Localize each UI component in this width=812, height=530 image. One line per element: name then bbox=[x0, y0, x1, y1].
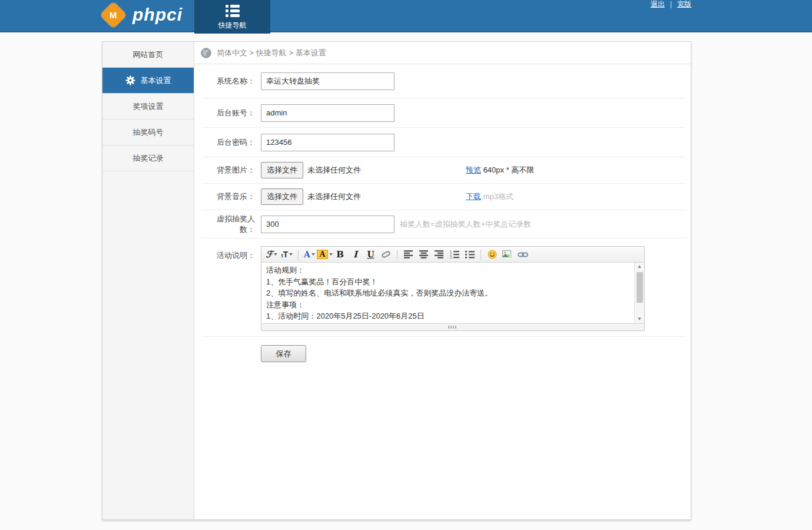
breadcrumb: 简体中文 > 快捷导航 > 基本设置 bbox=[194, 42, 691, 64]
smiley-icon bbox=[488, 250, 497, 259]
form-row-system-name: 系统名称： bbox=[204, 64, 684, 98]
links-separator: | bbox=[670, 0, 672, 8]
font-size-button[interactable]: tT bbox=[280, 248, 294, 261]
align-right-button[interactable] bbox=[432, 248, 446, 261]
editor-line: 活动规则： bbox=[266, 264, 629, 276]
list-icon bbox=[223, 3, 243, 19]
sidebar-item-label: 抽奖码号 bbox=[133, 127, 164, 138]
tab-quick-nav-label: 快捷导航 bbox=[194, 21, 270, 31]
chevron-down-icon bbox=[311, 253, 315, 256]
font-color-button[interactable]: A bbox=[302, 248, 317, 261]
underline-button[interactable]: U bbox=[363, 248, 378, 261]
font-family-icon: ℱ bbox=[266, 249, 273, 260]
form-row-admin-account: 后台账号： bbox=[204, 98, 684, 128]
form-row-bg-image: 背景图片： 选择文件 未选择任何文件 预览 640px * 高不限 bbox=[204, 157, 684, 184]
bg-image-file-status: 未选择任何文件 bbox=[307, 165, 361, 175]
globe-icon bbox=[201, 48, 211, 58]
sidebar-item-basic-settings[interactable]: 基本设置 bbox=[102, 68, 194, 94]
insert-image-button[interactable] bbox=[500, 248, 515, 261]
activity-desc-label: 活动说明： bbox=[204, 246, 255, 261]
editor-line: 1、活动时间：2020年5月25日-2020年6月25日 bbox=[266, 310, 629, 322]
admin-account-input[interactable] bbox=[261, 104, 395, 122]
tab-quick-nav[interactable]: 快捷导航 bbox=[194, 0, 270, 34]
editor-line: 2、填写的姓名、电话和联系地址必须真实，否则奖品没办法寄送。 bbox=[266, 287, 629, 299]
logout-link[interactable]: 退出 bbox=[651, 0, 665, 8]
emoticon-button[interactable] bbox=[485, 248, 499, 261]
unordered-list-icon bbox=[465, 250, 475, 259]
download-link[interactable]: 下载 bbox=[466, 192, 481, 201]
bg-image-label: 背景图片： bbox=[204, 165, 255, 175]
insert-link-button[interactable] bbox=[515, 248, 530, 261]
bg-music-hint: .mp3格式 bbox=[481, 192, 513, 201]
sidebar-item-prize-settings[interactable]: 奖项设置 bbox=[102, 94, 194, 120]
admin-password-label: 后台密码： bbox=[204, 137, 255, 148]
toolbar-separator bbox=[480, 250, 481, 260]
bg-image-file-button[interactable]: 选择文件 bbox=[261, 162, 303, 178]
logo[interactable]: M phpci bbox=[104, 5, 183, 25]
logo-text: phpci bbox=[132, 5, 183, 25]
align-left-button[interactable] bbox=[401, 248, 416, 261]
align-left-icon bbox=[404, 250, 413, 259]
sidebar-item-lottery-codes[interactable]: 抽奖码号 bbox=[102, 120, 194, 145]
editor-resize-handle[interactable] bbox=[261, 323, 644, 330]
italic-icon: I bbox=[353, 249, 357, 260]
scroll-down-icon[interactable]: ▼ bbox=[637, 315, 642, 323]
unordered-list-button[interactable] bbox=[462, 248, 477, 261]
preview-link[interactable]: 预览 bbox=[466, 165, 481, 174]
sidebar-item-label: 抽奖记录 bbox=[133, 153, 164, 164]
form-row-admin-password: 后台密码： bbox=[204, 128, 684, 157]
italic-button[interactable]: I bbox=[348, 248, 363, 261]
top-header: M phpci 快捷导航 退出 | 宽版 bbox=[0, 0, 812, 32]
sidebar: 网站首页 基本设置 奖项设置 bbox=[102, 42, 194, 519]
bold-button[interactable]: B bbox=[333, 248, 347, 261]
font-size-icon: tT bbox=[281, 250, 289, 259]
settings-form: 系统名称： 后台账号： 后台密码： 背景图片： 选 bbox=[194, 64, 691, 370]
virtual-count-hint: 抽奖人数=虚拟抽奖人数+中奖总记录数 bbox=[400, 219, 531, 230]
ordered-list-button[interactable]: 1.2.3. bbox=[447, 248, 462, 261]
logo-diamond-icon: M bbox=[100, 1, 127, 29]
sidebar-item-lottery-records[interactable]: 抽奖记录 bbox=[102, 145, 194, 171]
editor-content[interactable]: 活动规则： 1、凭手气赢奖品！百分百中奖！ 2、填写的姓名、电话和联系地址必须真… bbox=[261, 263, 634, 323]
toolbar-separator bbox=[298, 250, 299, 260]
bold-icon: B bbox=[336, 249, 344, 260]
ordered-list-icon: 1.2.3. bbox=[450, 250, 459, 259]
form-row-virtual-count: 虚拟抽奖人数： 抽奖人数=虚拟抽奖人数+中奖总记录数 bbox=[204, 210, 684, 238]
resize-grip-icon bbox=[448, 326, 458, 329]
form-row-bg-music: 背景音乐： 选择文件 未选择任何文件 下载.mp3格式 bbox=[204, 184, 684, 210]
main-container: 网站首页 基本设置 奖项设置 bbox=[102, 41, 691, 520]
link-icon bbox=[518, 251, 528, 258]
wide-layout-link[interactable]: 宽版 bbox=[677, 0, 691, 8]
editor-toolbar: ℱ tT A A bbox=[261, 247, 644, 263]
bg-music-file-button[interactable]: 选择文件 bbox=[261, 188, 303, 205]
remove-format-button[interactable] bbox=[379, 248, 393, 261]
editor-scrollbar[interactable]: ▲ ▼ bbox=[634, 263, 644, 323]
chevron-down-icon bbox=[274, 253, 277, 256]
virtual-count-input[interactable] bbox=[261, 216, 395, 233]
scrollbar-thumb[interactable] bbox=[637, 272, 643, 303]
virtual-count-label: 虚拟抽奖人数： bbox=[204, 214, 255, 235]
gear-icon bbox=[125, 75, 135, 85]
bg-music-file-status: 未选择任何文件 bbox=[307, 191, 361, 202]
sidebar-item-label: 基本设置 bbox=[141, 75, 171, 86]
align-center-button[interactable] bbox=[416, 248, 431, 261]
sidebar-item-home[interactable]: 网站首页 bbox=[102, 42, 194, 68]
form-row-activity-desc: 活动说明： ℱ tT A bbox=[204, 238, 684, 337]
scroll-up-icon[interactable]: ▲ bbox=[637, 263, 642, 271]
align-center-icon bbox=[419, 250, 429, 259]
svg-text:3.: 3. bbox=[450, 256, 453, 259]
bg-image-hint: 640px * 高不限 bbox=[483, 165, 535, 174]
highlight-color-button[interactable]: A bbox=[317, 248, 332, 261]
content-panel: 简体中文 > 快捷导航 > 基本设置 系统名称： 后台账号： 后台密码： bbox=[194, 42, 691, 519]
save-button[interactable]: 保存 bbox=[261, 345, 306, 362]
rich-text-editor: ℱ tT A A bbox=[261, 246, 645, 331]
image-icon bbox=[502, 250, 512, 259]
toolbar-separator bbox=[397, 250, 397, 260]
font-family-button[interactable]: ℱ bbox=[264, 248, 279, 261]
bg-music-label: 背景音乐： bbox=[204, 191, 255, 202]
editor-line: 注意事项： bbox=[266, 299, 629, 311]
admin-password-input[interactable] bbox=[261, 134, 395, 151]
underline-icon: U bbox=[367, 250, 374, 259]
eraser-icon bbox=[381, 250, 391, 259]
align-right-icon bbox=[435, 250, 444, 259]
system-name-input[interactable] bbox=[261, 72, 395, 90]
